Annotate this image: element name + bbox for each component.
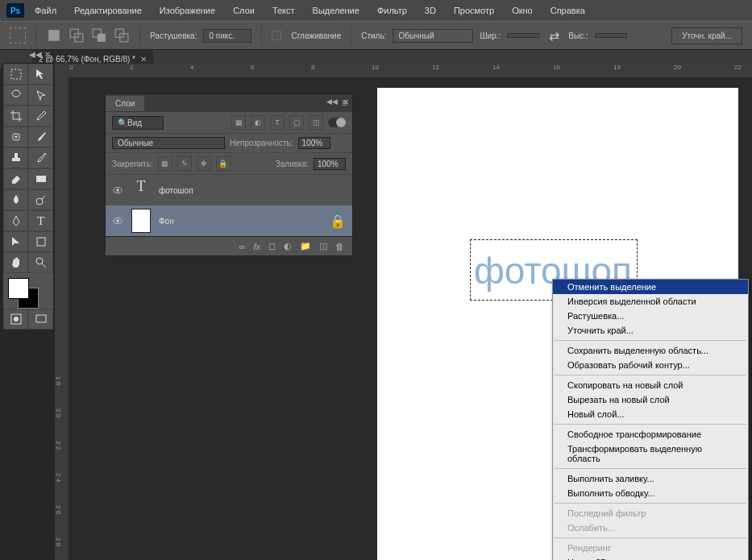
ctx-make-work-path[interactable]: Образовать рабочий контур... — [553, 358, 748, 372]
ctx-cut-new-layer[interactable]: Вырезать на новый слой — [553, 392, 748, 407]
lasso-tool[interactable] — [3, 85, 28, 106]
style-select[interactable]: Обычный — [393, 29, 473, 43]
ctx-deselect[interactable]: Отменить выделение — [553, 280, 748, 294]
collapse-panel-icon[interactable]: ◀◀ ✕ — [29, 50, 51, 59]
link-layers-icon[interactable]: ∞ — [239, 242, 246, 251]
lock-icon[interactable]: 🔒 — [330, 214, 346, 229]
panel-collapse-icon[interactable]: ◀◀ — [326, 97, 338, 106]
menu-select[interactable]: Выделение — [305, 6, 367, 15]
filter-pixel-icon[interactable]: ▦ — [231, 115, 246, 130]
dodge-tool[interactable] — [28, 189, 53, 210]
menu-3d[interactable]: 3D — [418, 6, 443, 15]
layer-filter-kind[interactable]: 🔍 Вид — [112, 116, 164, 130]
layer-group-icon[interactable]: 📁 — [300, 241, 311, 251]
pen-tool[interactable] — [3, 210, 28, 231]
menu-help[interactable]: Справка — [543, 6, 592, 15]
marquee-tool[interactable] — [3, 64, 28, 85]
quick-mask-icon[interactable] — [3, 309, 28, 330]
layer-mask-icon[interactable]: ◻ — [268, 241, 276, 251]
close-tab-icon[interactable]: ✕ — [140, 55, 147, 64]
layer-row-bg[interactable]: Фон 🔒 — [106, 205, 352, 236]
healing-tool[interactable] — [3, 127, 28, 147]
eraser-tool[interactable] — [3, 168, 28, 189]
lock-all-icon[interactable]: 🔒 — [216, 156, 231, 171]
ctx-stroke[interactable]: Выполнить обводку... — [553, 486, 748, 500]
document-tab-title: 2 @ 66,7% (Фон, RGB/8) * — [39, 55, 135, 64]
refine-edge-button[interactable]: Уточн. край... — [671, 27, 742, 44]
panel-close-icon[interactable]: ✕ — [343, 97, 349, 106]
filter-toggle[interactable] — [328, 118, 346, 127]
eyedropper-tool[interactable] — [28, 106, 53, 127]
selection-new-icon[interactable] — [46, 27, 62, 44]
ctx-refine-edge[interactable]: Уточнить край... — [553, 323, 748, 338]
height-input[interactable] — [595, 33, 627, 38]
visibility-toggle-icon[interactable] — [112, 185, 123, 196]
antialias-checkbox[interactable] — [272, 31, 281, 40]
layer-row-text[interactable]: T фотошоп — [106, 175, 352, 205]
ruler-horizontal[interactable]: 0 2 4 6 8 10 12 14 16 18 20 22 — [69, 64, 752, 78]
quick-select-tool[interactable] — [28, 85, 53, 106]
screen-mode-icon[interactable] — [28, 309, 53, 330]
svg-rect-0 — [48, 30, 60, 41]
new-layer-icon[interactable]: ◫ — [319, 241, 327, 251]
menu-image[interactable]: Изображение — [152, 6, 222, 15]
filter-smart-icon[interactable]: ◫ — [309, 115, 323, 130]
ctx-save-selection[interactable]: Сохранить выделенную область... — [553, 343, 748, 358]
selection-intersect-icon[interactable] — [114, 27, 130, 44]
ctx-transform-selection[interactable]: Трансформировать выделенную область — [553, 442, 748, 466]
brush-tool[interactable] — [28, 127, 53, 147]
layer-name[interactable]: фотошоп — [159, 186, 193, 195]
delete-layer-icon[interactable]: 🗑 — [335, 242, 344, 251]
adjustment-layer-icon[interactable]: ◐ — [284, 241, 292, 251]
filter-text-icon[interactable]: T — [270, 115, 285, 130]
menubar: Ps Файл Редактирование Изображение Слои … — [0, 0, 752, 21]
layer-name[interactable]: Фон — [159, 217, 174, 226]
feather-input[interactable]: 0 пикс. — [203, 29, 251, 43]
swap-wh-icon[interactable]: ⇄ — [546, 27, 562, 44]
opacity-input[interactable]: 100% — [298, 137, 330, 149]
ctx-new-layer[interactable]: Новый слой... — [553, 407, 748, 421]
foreground-swatch[interactable] — [8, 278, 29, 299]
gradient-tool[interactable] — [28, 168, 53, 189]
width-input[interactable] — [507, 33, 539, 38]
menu-layers[interactable]: Слои — [226, 6, 262, 15]
ctx-last-filter: Последний фильтр — [553, 506, 748, 521]
history-brush-tool[interactable] — [28, 147, 53, 168]
ctx-fill[interactable]: Выполнить заливку... — [553, 471, 748, 486]
blur-tool[interactable] — [3, 189, 28, 210]
filter-shape-icon[interactable]: ▢ — [289, 115, 304, 130]
menu-edit[interactable]: Редактирование — [67, 6, 149, 15]
crop-tool[interactable] — [3, 106, 28, 127]
layer-fx-icon[interactable]: fx — [253, 242, 260, 251]
filter-adjust-icon[interactable]: ◐ — [251, 115, 265, 130]
ctx-inverse[interactable]: Инверсия выделенной области — [553, 294, 748, 309]
stamp-tool[interactable] — [3, 147, 28, 168]
ruler-vertical[interactable]: 1 8 2 0 2 2 2 4 2 6 2 8 3 0 — [55, 78, 69, 560]
path-select-tool[interactable] — [3, 231, 28, 252]
ctx-free-transform[interactable]: Свободное трансформирование — [553, 427, 748, 442]
menu-view[interactable]: Просмотр — [447, 6, 501, 15]
zoom-tool[interactable] — [28, 252, 53, 273]
ctx-feather[interactable]: Растушевка... — [553, 309, 748, 323]
menu-file[interactable]: Файл — [27, 6, 64, 15]
lock-transparent-icon[interactable]: ▦ — [158, 156, 172, 171]
hand-tool[interactable] — [3, 252, 28, 273]
selection-add-icon[interactable] — [69, 27, 85, 44]
marquee-tool-icon[interactable] — [10, 27, 26, 44]
layers-tab[interactable]: Слои — [106, 96, 144, 111]
lock-position-icon[interactable]: ✥ — [197, 156, 211, 171]
lock-image-icon[interactable]: ✎ — [177, 156, 192, 171]
type-tool[interactable]: T — [28, 210, 53, 231]
blend-mode-select[interactable]: Обычные — [112, 137, 225, 149]
ctx-new-3d-extrusion[interactable]: Новая 3D-экструзия — [553, 555, 748, 560]
color-swatches[interactable] — [3, 273, 53, 309]
selection-subtract-icon[interactable] — [91, 27, 107, 44]
menu-filter[interactable]: Фильтр — [370, 6, 414, 15]
menu-text[interactable]: Текст — [265, 6, 302, 15]
visibility-toggle-icon[interactable] — [112, 215, 123, 226]
ctx-copy-new-layer[interactable]: Скопировать на новый слой — [553, 378, 748, 392]
shape-tool[interactable] — [28, 231, 53, 252]
move-tool[interactable] — [28, 64, 53, 85]
fill-input[interactable]: 100% — [314, 158, 346, 170]
menu-window[interactable]: Окно — [505, 6, 540, 15]
